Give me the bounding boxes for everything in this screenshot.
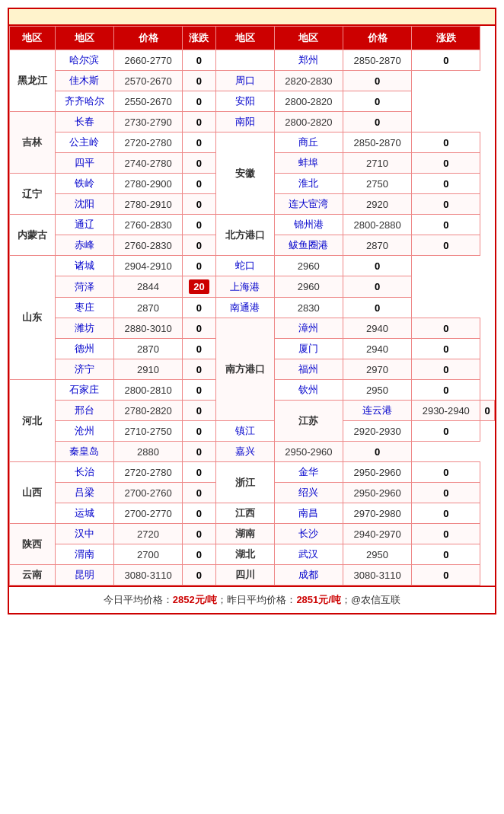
- table-row: 潍坊2880-30100南方港口漳州29400: [10, 318, 495, 339]
- left-change-cell: 0: [183, 380, 216, 401]
- left-price-cell: 2700-2770: [113, 503, 182, 524]
- left-price-cell: 2710-2750: [113, 421, 182, 442]
- left-change-cell: 20: [183, 276, 216, 298]
- right-city-cell: 金华: [274, 462, 343, 483]
- left-price-cell: 2910: [113, 359, 182, 380]
- table-row: 枣庄28700南通港28300: [10, 298, 495, 318]
- left-region-cell: 山东: [10, 256, 56, 380]
- right-city-cell: 南通港: [215, 298, 274, 318]
- table-row: 佳木斯2570-26700周口2820-28300: [10, 71, 495, 91]
- left-city-cell: 渭南: [55, 544, 113, 565]
- right-city-cell: 福州: [274, 359, 343, 380]
- left-region-cell: 内蒙古: [10, 215, 56, 256]
- left-city-cell: 公主岭: [55, 132, 113, 153]
- right-price-cell: 2950-2960: [274, 442, 343, 462]
- table-title: [9, 9, 495, 26]
- left-change-cell: 0: [183, 462, 216, 483]
- left-city-cell: 邢台: [55, 401, 113, 421]
- left-price-cell: 2780-2910: [113, 194, 182, 215]
- price-table: 地区 地区 价格 涨跌 地区 地区 价格 涨跌 黑龙江哈尔滨2660-27700…: [9, 26, 495, 586]
- left-price-cell: 2700: [113, 544, 182, 565]
- right-price-cell: 2970-2980: [343, 503, 411, 524]
- left-price-cell: 2780-2820: [113, 401, 182, 421]
- table-row: 山西长治2720-27800浙江金华2950-29600: [10, 462, 495, 483]
- right-price-cell: 2930-2940: [412, 401, 480, 421]
- right-city-cell: 鲅鱼圈港: [274, 235, 343, 256]
- left-city-cell: 汉中: [55, 524, 113, 544]
- right-price-cell: 2820-2830: [274, 71, 343, 91]
- left-change-cell: 0: [183, 318, 216, 339]
- right-city-cell: 武汉: [274, 544, 343, 565]
- left-city-cell: 吕梁: [55, 483, 113, 503]
- left-city-cell: 秦皇岛: [55, 442, 113, 462]
- header-right-price: 价格: [343, 27, 411, 50]
- right-change-cell: 0: [343, 256, 411, 276]
- left-region-cell: 辽宁: [10, 174, 56, 215]
- right-price-cell: 2950-2960: [343, 462, 411, 483]
- left-change-cell: 0: [183, 50, 216, 71]
- table-row: 内蒙古通辽2760-28300北方港口锦州港2800-28800: [10, 215, 495, 235]
- left-price-cell: 3080-3110: [113, 565, 182, 586]
- right-change-cell: 0: [412, 544, 480, 565]
- left-change-cell: 0: [183, 235, 216, 256]
- left-price-cell: 2760-2830: [113, 215, 182, 235]
- right-price-cell: 2960: [274, 276, 343, 298]
- right-change-cell: 0: [412, 318, 480, 339]
- right-price-cell: 2870: [343, 235, 411, 256]
- left-price-cell: 2880-3010: [113, 318, 182, 339]
- right-change-cell: 0: [412, 524, 480, 544]
- right-change-cell: 0: [343, 71, 411, 91]
- right-city-cell: 厦门: [274, 339, 343, 359]
- table-row: 云南昆明3080-31100四川成都3080-31100: [10, 565, 495, 586]
- table-row: 菏泽284420上海港29600: [10, 276, 495, 298]
- left-city-cell: 哈尔滨: [55, 50, 113, 71]
- left-city-cell: 济宁: [55, 359, 113, 380]
- right-price-cell: 2800-2880: [343, 215, 411, 235]
- right-change-cell: 0: [412, 462, 480, 483]
- right-city-cell: 上海港: [215, 276, 274, 298]
- right-price-cell: 2940: [343, 318, 411, 339]
- right-change-cell: 0: [343, 298, 411, 318]
- left-change-cell: 0: [183, 215, 216, 235]
- left-price-cell: 2780-2900: [113, 174, 182, 194]
- right-city-cell: 漳州: [274, 318, 343, 339]
- right-change-cell: 0: [412, 483, 480, 503]
- left-city-cell: 菏泽: [55, 276, 113, 298]
- footer-source: ；@农信互联: [341, 594, 400, 605]
- left-price-cell: 2570-2670: [113, 71, 182, 91]
- left-change-cell: 0: [183, 71, 216, 91]
- right-change-cell: 0: [343, 112, 411, 132]
- right-city-cell: 蚌埠: [274, 153, 343, 174]
- right-change-cell: 0: [412, 50, 480, 71]
- left-city-cell: 德州: [55, 339, 113, 359]
- left-change-cell: 0: [183, 112, 216, 132]
- mid-region-cell: 安徽: [215, 132, 274, 215]
- right-price-cell: 2800-2820: [274, 112, 343, 132]
- right-price-cell: 2920: [343, 194, 411, 215]
- right-change-cell: 0: [412, 503, 480, 524]
- right-change-cell: 0: [412, 153, 480, 174]
- mid-region-cell: 湖南: [215, 524, 274, 544]
- right-price-cell: 3080-3110: [343, 565, 411, 586]
- table-row: 吉林长春2730-27900南阳2800-28200: [10, 112, 495, 132]
- left-city-cell: 长春: [55, 112, 113, 132]
- right-change-cell: 0: [412, 132, 480, 153]
- left-city-cell: 枣庄: [55, 298, 113, 318]
- right-price-cell: 2800-2820: [274, 91, 343, 112]
- left-price-cell: 2760-2830: [113, 235, 182, 256]
- left-city-cell: 沈阳: [55, 194, 113, 215]
- right-change-cell: 0: [480, 401, 495, 421]
- right-change-cell: 0: [412, 235, 480, 256]
- right-city-cell: 南昌: [274, 503, 343, 524]
- table-row: 齐齐哈尔2550-26700安阳2800-28200: [10, 91, 495, 112]
- table-row: 秦皇岛28800嘉兴2950-29600: [10, 442, 495, 462]
- right-price-cell: 2850-2870: [343, 132, 411, 153]
- right-change-cell: 0: [412, 194, 480, 215]
- left-price-cell: 2740-2780: [113, 153, 182, 174]
- left-city-cell: 昆明: [55, 565, 113, 586]
- table-row: 运城2700-27700江西南昌2970-29800: [10, 503, 495, 524]
- right-city-cell: 连云港: [343, 401, 411, 421]
- left-change-cell: 0: [183, 194, 216, 215]
- left-city-cell: 运城: [55, 503, 113, 524]
- right-price-cell: 2970: [343, 359, 411, 380]
